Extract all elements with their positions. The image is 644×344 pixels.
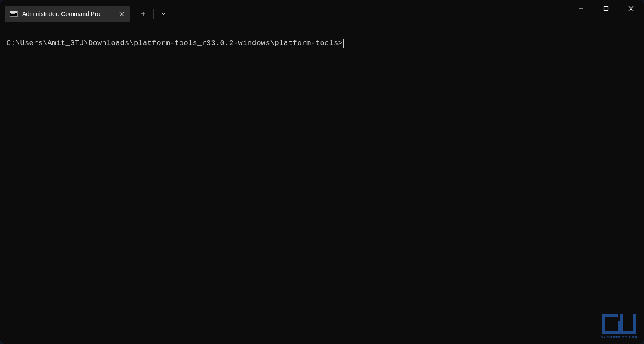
divider <box>133 9 133 19</box>
close-icon <box>628 6 634 11</box>
window-close-button[interactable] <box>618 0 644 17</box>
chevron-down-icon <box>161 11 166 16</box>
watermark-text: GADGETS TO USE <box>601 335 638 339</box>
minimize-button[interactable] <box>568 0 593 17</box>
divider <box>153 9 154 19</box>
maximize-button[interactable] <box>593 0 618 17</box>
window-controls <box>568 0 644 18</box>
watermark: GADGETS TO USE <box>601 314 638 339</box>
titlebar-tab-controls <box>130 6 171 22</box>
terminal-body[interactable]: C:\Users\Amit_GTU\Downloads\platform-too… <box>0 22 644 54</box>
command-prompt-icon <box>10 11 18 17</box>
prompt-line: C:\Users\Amit_GTU\Downloads\platform-too… <box>6 39 638 48</box>
cursor <box>343 39 344 48</box>
watermark-letter-g <box>602 314 618 334</box>
titlebar: Administrator: Command Pro <box>0 0 644 22</box>
close-icon <box>119 12 124 16</box>
tab-close-button[interactable] <box>117 10 126 18</box>
tab-dropdown-button[interactable] <box>156 6 171 21</box>
new-tab-button[interactable] <box>136 6 151 21</box>
svg-rect-0 <box>604 7 608 11</box>
prompt-text: C:\Users\Amit_GTU\Downloads\platform-too… <box>6 39 343 48</box>
minimize-icon <box>578 6 583 11</box>
tab-title: Administrator: Command Pro <box>22 10 114 17</box>
watermark-logo <box>601 314 638 334</box>
tab-active[interactable]: Administrator: Command Pro <box>5 6 130 22</box>
watermark-letter-u <box>620 314 636 334</box>
maximize-icon <box>603 6 609 11</box>
plus-icon <box>141 11 146 16</box>
